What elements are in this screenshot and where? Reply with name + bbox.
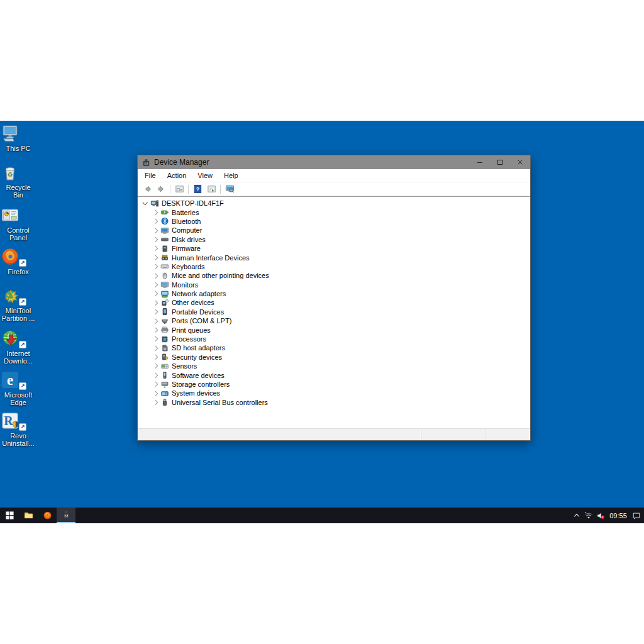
tree-item-universal-serial-bus-controllers[interactable]: Universal Serial Bus controllers — [138, 398, 530, 407]
expand-chevron-icon[interactable] — [152, 256, 159, 260]
expand-chevron-icon[interactable] — [152, 219, 159, 223]
tree-root-desktop-idl4f1f[interactable]: DESKTOP-IDL4F1F — [138, 199, 530, 208]
menu-view[interactable]: View — [192, 170, 218, 181]
tree-item-label: Disk drives — [172, 236, 206, 243]
serial-port-icon — [160, 317, 169, 325]
tree-item-portable-devices[interactable]: Portable Devices — [138, 308, 530, 316]
tree-item-bluetooth[interactable]: Bluetooth — [138, 217, 530, 226]
svg-text:*: * — [584, 511, 586, 515]
expand-chevron-icon[interactable] — [152, 328, 159, 332]
unknown-device-icon: ? — [160, 299, 169, 307]
desktop-icon-recycle-bin[interactable]: ♻Recycle Bin — [0, 162, 36, 199]
status-section — [138, 429, 421, 440]
this-pc-icon — [0, 123, 36, 143]
desktop-icon-microsoft-edge[interactable]: e↗Microsoft Edge — [0, 370, 36, 406]
tree-item-label: SD host adapters — [172, 344, 225, 352]
tree-item-system-devices[interactable]: System devices — [138, 389, 530, 397]
tree-item-processors[interactable]: Processors — [138, 335, 530, 343]
back-arrow-button[interactable] — [140, 183, 154, 195]
tree-item-label: Storage controllers — [172, 380, 230, 388]
system-tray: * 09:55 — [570, 508, 644, 523]
tree-item-sensors[interactable]: Sensors — [138, 362, 530, 370]
forward-arrow-button[interactable] — [154, 183, 168, 195]
tree-item-label: Computer — [172, 226, 202, 234]
tree-item-human-interface-devices[interactable]: Human Interface Devices — [138, 253, 530, 262]
tree-item-computer[interactable]: Computer — [138, 226, 530, 235]
security-icon — [160, 353, 169, 361]
expand-chevron-icon[interactable] — [152, 310, 159, 314]
expand-chevron-icon[interactable] — [152, 347, 159, 350]
expand-chevron-icon[interactable] — [152, 355, 159, 359]
computer-icon — [160, 226, 169, 235]
tree-item-keyboards[interactable]: Keyboards — [138, 262, 530, 271]
maximize-button[interactable] — [490, 155, 510, 169]
tree-item-sd-host-adapters[interactable]: SD host adapters — [138, 343, 530, 352]
tree-item-other-devices[interactable]: ?Other devices — [138, 298, 530, 307]
printer-icon — [160, 326, 169, 334]
desktop-icon-label: MiniTool Partition ... — [0, 307, 36, 322]
menu-help[interactable]: Help — [218, 170, 244, 181]
expand-chevron-icon[interactable] — [152, 382, 159, 386]
expand-chevron-icon[interactable] — [152, 238, 159, 242]
tray-volume-muted-icon[interactable] — [594, 508, 606, 523]
tree-item-network-adapters[interactable]: Network adapters — [138, 289, 530, 298]
expand-chevron-icon[interactable] — [152, 247, 159, 250]
tree-item-print-queues[interactable]: Print queues — [138, 325, 530, 334]
expand-chevron-icon[interactable] — [152, 301, 159, 305]
desktop-icon-label: Firefox — [0, 268, 36, 275]
expand-chevron-icon[interactable] — [152, 292, 159, 296]
tree-item-ports-com-lpt[interactable]: Ports (COM & LPT) — [138, 316, 530, 325]
tree-item-storage-controllers[interactable]: Storage controllers — [138, 380, 530, 389]
tree-item-security-devices[interactable]: Security devices — [138, 353, 530, 362]
tree-item-label: Bluetooth — [172, 218, 201, 225]
properties-button[interactable] — [204, 183, 218, 195]
expand-chevron-icon[interactable] — [152, 401, 159, 404]
desktop-icon-internet-downlo[interactable]: ↗Internet Downlo... — [0, 328, 36, 365]
console-tree-button[interactable] — [172, 183, 186, 195]
tree-item-disk-drives[interactable]: Disk drives — [138, 235, 530, 244]
tree-item-label: Monitors — [172, 281, 198, 289]
expand-chevron-icon[interactable] — [152, 229, 159, 233]
tree-item-batteries[interactable]: Batteries — [138, 208, 530, 216]
expand-chevron-icon[interactable] — [152, 283, 159, 287]
shortcut-arrow-icon: ↗ — [19, 423, 26, 431]
desktop-icon-minitool-partition[interactable]: ↗MiniTool Partition ... — [0, 286, 36, 322]
taskbar-button-file-explorer[interactable] — [19, 508, 38, 523]
minimize-button[interactable] — [470, 155, 490, 169]
expand-chevron-icon[interactable] — [152, 274, 159, 278]
menu-action[interactable]: Action — [162, 170, 192, 181]
taskbar-button-start[interactable] — [0, 508, 19, 523]
desktop-icon-revo-uninstall[interactable]: R↗Revo Uninstall... — [0, 411, 36, 447]
expand-chevron-icon[interactable] — [152, 319, 159, 323]
firmware-icon — [160, 245, 169, 253]
tray-action-center-icon[interactable] — [630, 508, 642, 523]
bluetooth-icon — [160, 217, 169, 225]
desktop-icon-this-pc[interactable]: This PC — [0, 123, 36, 152]
tree-item-mice-and-other-pointing-devices[interactable]: Mice and other pointing devices — [138, 271, 530, 280]
tree-item-software-devices[interactable]: Software devices — [138, 370, 530, 379]
desktop-icon-firefox[interactable]: ↗Firefox — [0, 247, 36, 275]
expand-chevron-icon[interactable] — [152, 337, 159, 341]
help-button[interactable]: ? — [191, 183, 204, 195]
tray-tray-expand-icon[interactable] — [570, 508, 582, 523]
desktop: This PC♻Recycle BinControl Panel↗Firefox… — [0, 121, 644, 523]
titlebar[interactable]: Device Manager — [138, 155, 530, 169]
expand-chevron-icon[interactable] — [152, 364, 159, 368]
taskbar-button-firefox[interactable] — [38, 508, 57, 523]
expand-chevron-icon[interactable] — [152, 392, 159, 396]
scan-hardware-button[interactable] — [223, 183, 236, 195]
tree-item-monitors[interactable]: Monitors — [138, 280, 530, 289]
expand-chevron-icon[interactable] — [152, 211, 159, 214]
tray-wifi-icon[interactable]: * — [582, 508, 594, 523]
window-controls — [470, 155, 530, 169]
menu-file[interactable]: File — [139, 170, 162, 181]
clock[interactable]: 09:55 — [606, 512, 630, 519]
taskbar-button-device-manager[interactable] — [57, 508, 75, 523]
close-button[interactable] — [510, 155, 530, 169]
collapse-chevron-icon[interactable] — [142, 202, 149, 204]
desktop-icon-control-panel[interactable]: Control Panel — [0, 205, 36, 242]
tree-item-firmware[interactable]: Firmware — [138, 244, 530, 253]
desktop-icon-label: Revo Uninstall... — [0, 432, 36, 447]
expand-chevron-icon[interactable] — [152, 374, 159, 377]
expand-chevron-icon[interactable] — [152, 265, 159, 269]
